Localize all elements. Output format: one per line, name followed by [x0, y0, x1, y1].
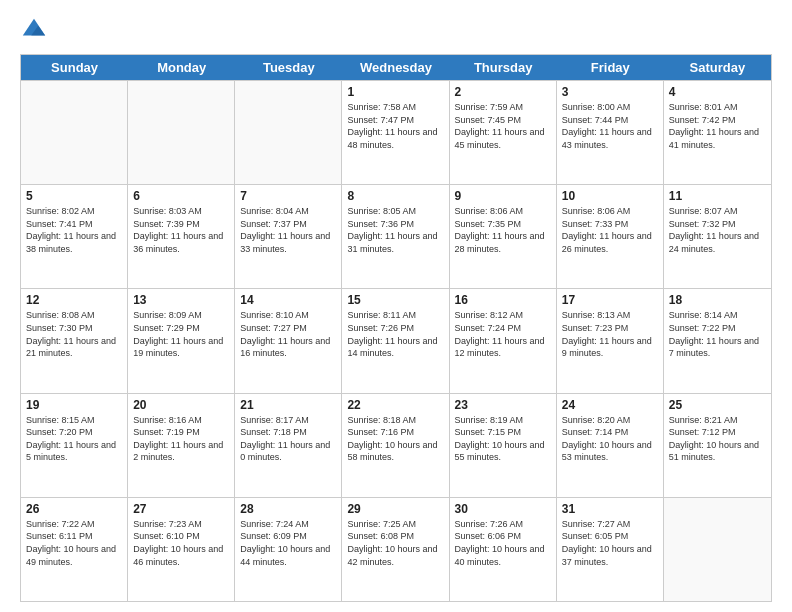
day-number: 22 [347, 398, 443, 412]
calendar-cell: 26Sunrise: 7:22 AM Sunset: 6:11 PM Dayli… [21, 498, 128, 601]
cell-info: Sunrise: 8:05 AM Sunset: 7:36 PM Dayligh… [347, 205, 443, 255]
calendar-cell: 22Sunrise: 8:18 AM Sunset: 7:16 PM Dayli… [342, 394, 449, 497]
calendar-cell: 6Sunrise: 8:03 AM Sunset: 7:39 PM Daylig… [128, 185, 235, 288]
day-number: 11 [669, 189, 766, 203]
cell-info: Sunrise: 8:07 AM Sunset: 7:32 PM Dayligh… [669, 205, 766, 255]
calendar-header: SundayMondayTuesdayWednesdayThursdayFrid… [21, 55, 771, 80]
cell-info: Sunrise: 7:58 AM Sunset: 7:47 PM Dayligh… [347, 101, 443, 151]
calendar-row-4: 26Sunrise: 7:22 AM Sunset: 6:11 PM Dayli… [21, 497, 771, 601]
day-number: 25 [669, 398, 766, 412]
day-number: 4 [669, 85, 766, 99]
cell-info: Sunrise: 7:59 AM Sunset: 7:45 PM Dayligh… [455, 101, 551, 151]
calendar-cell: 15Sunrise: 8:11 AM Sunset: 7:26 PM Dayli… [342, 289, 449, 392]
header [20, 16, 772, 44]
cell-info: Sunrise: 8:21 AM Sunset: 7:12 PM Dayligh… [669, 414, 766, 464]
cell-info: Sunrise: 8:02 AM Sunset: 7:41 PM Dayligh… [26, 205, 122, 255]
cell-info: Sunrise: 8:12 AM Sunset: 7:24 PM Dayligh… [455, 309, 551, 359]
cell-info: Sunrise: 8:19 AM Sunset: 7:15 PM Dayligh… [455, 414, 551, 464]
calendar-cell: 17Sunrise: 8:13 AM Sunset: 7:23 PM Dayli… [557, 289, 664, 392]
calendar-cell [235, 81, 342, 184]
weekday-header-tuesday: Tuesday [235, 55, 342, 80]
day-number: 14 [240, 293, 336, 307]
cell-info: Sunrise: 8:17 AM Sunset: 7:18 PM Dayligh… [240, 414, 336, 464]
cell-info: Sunrise: 8:06 AM Sunset: 7:35 PM Dayligh… [455, 205, 551, 255]
calendar-cell: 2Sunrise: 7:59 AM Sunset: 7:45 PM Daylig… [450, 81, 557, 184]
calendar-body: 1Sunrise: 7:58 AM Sunset: 7:47 PM Daylig… [21, 80, 771, 601]
cell-info: Sunrise: 8:20 AM Sunset: 7:14 PM Dayligh… [562, 414, 658, 464]
day-number: 26 [26, 502, 122, 516]
calendar-cell [21, 81, 128, 184]
calendar-cell: 21Sunrise: 8:17 AM Sunset: 7:18 PM Dayli… [235, 394, 342, 497]
day-number: 31 [562, 502, 658, 516]
cell-info: Sunrise: 8:11 AM Sunset: 7:26 PM Dayligh… [347, 309, 443, 359]
cell-info: Sunrise: 7:24 AM Sunset: 6:09 PM Dayligh… [240, 518, 336, 568]
day-number: 13 [133, 293, 229, 307]
weekday-header-sunday: Sunday [21, 55, 128, 80]
calendar-cell: 11Sunrise: 8:07 AM Sunset: 7:32 PM Dayli… [664, 185, 771, 288]
cell-info: Sunrise: 8:18 AM Sunset: 7:16 PM Dayligh… [347, 414, 443, 464]
day-number: 16 [455, 293, 551, 307]
calendar-cell: 10Sunrise: 8:06 AM Sunset: 7:33 PM Dayli… [557, 185, 664, 288]
day-number: 19 [26, 398, 122, 412]
day-number: 7 [240, 189, 336, 203]
page: SundayMondayTuesdayWednesdayThursdayFrid… [0, 0, 792, 612]
day-number: 8 [347, 189, 443, 203]
logo [20, 16, 52, 44]
cell-info: Sunrise: 8:00 AM Sunset: 7:44 PM Dayligh… [562, 101, 658, 151]
day-number: 1 [347, 85, 443, 99]
calendar-cell [128, 81, 235, 184]
calendar-cell: 24Sunrise: 8:20 AM Sunset: 7:14 PM Dayli… [557, 394, 664, 497]
day-number: 12 [26, 293, 122, 307]
day-number: 5 [26, 189, 122, 203]
weekday-header-thursday: Thursday [450, 55, 557, 80]
calendar: SundayMondayTuesdayWednesdayThursdayFrid… [20, 54, 772, 602]
calendar-cell: 23Sunrise: 8:19 AM Sunset: 7:15 PM Dayli… [450, 394, 557, 497]
calendar-cell: 5Sunrise: 8:02 AM Sunset: 7:41 PM Daylig… [21, 185, 128, 288]
day-number: 28 [240, 502, 336, 516]
weekday-header-saturday: Saturday [664, 55, 771, 80]
cell-info: Sunrise: 8:13 AM Sunset: 7:23 PM Dayligh… [562, 309, 658, 359]
calendar-cell: 19Sunrise: 8:15 AM Sunset: 7:20 PM Dayli… [21, 394, 128, 497]
cell-info: Sunrise: 8:09 AM Sunset: 7:29 PM Dayligh… [133, 309, 229, 359]
calendar-cell: 25Sunrise: 8:21 AM Sunset: 7:12 PM Dayli… [664, 394, 771, 497]
calendar-cell: 9Sunrise: 8:06 AM Sunset: 7:35 PM Daylig… [450, 185, 557, 288]
calendar-cell: 13Sunrise: 8:09 AM Sunset: 7:29 PM Dayli… [128, 289, 235, 392]
cell-info: Sunrise: 8:16 AM Sunset: 7:19 PM Dayligh… [133, 414, 229, 464]
logo-icon [20, 16, 48, 44]
calendar-cell: 3Sunrise: 8:00 AM Sunset: 7:44 PM Daylig… [557, 81, 664, 184]
calendar-cell: 4Sunrise: 8:01 AM Sunset: 7:42 PM Daylig… [664, 81, 771, 184]
calendar-cell: 30Sunrise: 7:26 AM Sunset: 6:06 PM Dayli… [450, 498, 557, 601]
cell-info: Sunrise: 8:10 AM Sunset: 7:27 PM Dayligh… [240, 309, 336, 359]
day-number: 24 [562, 398, 658, 412]
calendar-row-2: 12Sunrise: 8:08 AM Sunset: 7:30 PM Dayli… [21, 288, 771, 392]
calendar-cell: 7Sunrise: 8:04 AM Sunset: 7:37 PM Daylig… [235, 185, 342, 288]
calendar-cell: 28Sunrise: 7:24 AM Sunset: 6:09 PM Dayli… [235, 498, 342, 601]
calendar-cell [664, 498, 771, 601]
calendar-cell: 29Sunrise: 7:25 AM Sunset: 6:08 PM Dayli… [342, 498, 449, 601]
calendar-row-1: 5Sunrise: 8:02 AM Sunset: 7:41 PM Daylig… [21, 184, 771, 288]
weekday-header-wednesday: Wednesday [342, 55, 449, 80]
calendar-row-0: 1Sunrise: 7:58 AM Sunset: 7:47 PM Daylig… [21, 80, 771, 184]
day-number: 2 [455, 85, 551, 99]
day-number: 27 [133, 502, 229, 516]
day-number: 6 [133, 189, 229, 203]
day-number: 15 [347, 293, 443, 307]
cell-info: Sunrise: 8:08 AM Sunset: 7:30 PM Dayligh… [26, 309, 122, 359]
day-number: 3 [562, 85, 658, 99]
day-number: 9 [455, 189, 551, 203]
calendar-cell: 12Sunrise: 8:08 AM Sunset: 7:30 PM Dayli… [21, 289, 128, 392]
cell-info: Sunrise: 8:03 AM Sunset: 7:39 PM Dayligh… [133, 205, 229, 255]
cell-info: Sunrise: 7:26 AM Sunset: 6:06 PM Dayligh… [455, 518, 551, 568]
cell-info: Sunrise: 7:25 AM Sunset: 6:08 PM Dayligh… [347, 518, 443, 568]
day-number: 17 [562, 293, 658, 307]
day-number: 20 [133, 398, 229, 412]
calendar-cell: 8Sunrise: 8:05 AM Sunset: 7:36 PM Daylig… [342, 185, 449, 288]
calendar-cell: 27Sunrise: 7:23 AM Sunset: 6:10 PM Dayli… [128, 498, 235, 601]
calendar-cell: 14Sunrise: 8:10 AM Sunset: 7:27 PM Dayli… [235, 289, 342, 392]
cell-info: Sunrise: 8:01 AM Sunset: 7:42 PM Dayligh… [669, 101, 766, 151]
day-number: 29 [347, 502, 443, 516]
weekday-header-friday: Friday [557, 55, 664, 80]
calendar-cell: 18Sunrise: 8:14 AM Sunset: 7:22 PM Dayli… [664, 289, 771, 392]
calendar-cell: 31Sunrise: 7:27 AM Sunset: 6:05 PM Dayli… [557, 498, 664, 601]
cell-info: Sunrise: 8:06 AM Sunset: 7:33 PM Dayligh… [562, 205, 658, 255]
